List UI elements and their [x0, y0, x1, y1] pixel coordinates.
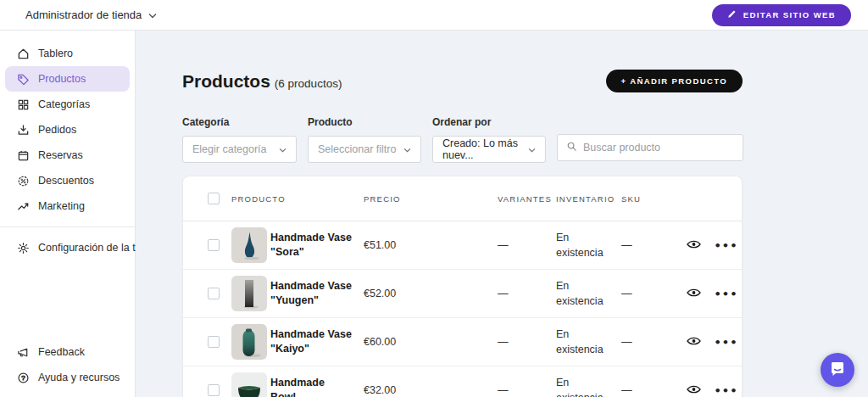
product-count: (6 productos) [275, 77, 342, 90]
site-switcher-menu[interactable]: Administrador de tienda [25, 8, 157, 21]
product-price: €60.00 [364, 336, 498, 348]
row-checkbox[interactable] [208, 336, 220, 348]
product-inventory: En existencia [556, 327, 609, 357]
product-filter-select[interactable]: Seleccionar filtro [308, 136, 421, 163]
sidebar-item-label: Marketing [38, 200, 85, 212]
search-icon [566, 140, 577, 155]
pencil-icon [727, 9, 737, 20]
chevron-down-icon [279, 143, 287, 155]
product-inventory: En existencia [556, 278, 609, 309]
sidebar-item-label: Reservas [38, 149, 83, 161]
product-thumbnail-sora [231, 227, 267, 263]
sidebar-item-reservas[interactable]: Reservas [5, 143, 130, 168]
product-name: Handmade Vase "Kaiyo" [270, 327, 364, 356]
chat-bubble-icon [829, 361, 846, 380]
preview-eye-button[interactable] [679, 286, 708, 302]
sidebar-item-marketing[interactable]: Marketing [5, 193, 130, 219]
column-header-variantes: VARIANTES [498, 194, 556, 204]
column-header-producto: PRODUCTO [231, 194, 364, 204]
row-more-actions-button[interactable]: ••• [710, 238, 742, 254]
category-filter-label: Categoría [182, 116, 297, 128]
trending-icon [17, 200, 30, 213]
row-checkbox[interactable] [208, 239, 220, 251]
sidebar-item-categorias[interactable]: Categorías [5, 92, 130, 117]
tag-icon [17, 73, 30, 86]
product-variants: — [498, 384, 556, 396]
product-name: Handmade Vase "Sora" [270, 231, 364, 260]
sidebar-item-label: Feedback [38, 346, 85, 358]
product-variants: — [498, 239, 556, 251]
product-filter-label: Producto [308, 116, 421, 128]
chevron-down-icon [528, 143, 536, 155]
product-inventory: En existencia [556, 375, 609, 397]
megaphone-icon [17, 346, 30, 359]
preview-eye-button[interactable] [679, 383, 708, 397]
topbar: Administrador de tienda EDITAR SITIO WEB [0, 0, 868, 31]
product-variants: — [498, 288, 556, 299]
sort-select[interactable]: Creado: Lo más nuev... [432, 136, 546, 163]
sidebar-item-descuentos[interactable]: Descuentos [5, 168, 130, 193]
column-header-precio: PRECIO [364, 194, 498, 204]
search-box [557, 134, 743, 161]
sort-filter-label: Ordenar por [432, 116, 546, 128]
table-row[interactable]: Handmade Vase "Sora" €51.00 — En existen… [183, 221, 742, 270]
product-name: Handmade Bowl [270, 376, 364, 397]
row-checkbox[interactable] [208, 384, 220, 396]
row-more-actions-button[interactable]: ••• [710, 383, 742, 397]
product-sku: — [621, 288, 679, 299]
product-sku: — [621, 336, 679, 348]
edit-site-button[interactable]: EDITAR SITIO WEB [712, 4, 851, 26]
filters-bar: Categoría Elegir categoría Producto Sele… [182, 116, 743, 163]
products-table-card: PRODUCTO PRECIO VARIANTES INVENTARIO SKU [182, 176, 743, 397]
sidebar: Tablero Productos Categorías Pedidos Res… [0, 31, 136, 397]
search-input[interactable] [583, 142, 734, 154]
main-area: Productos(6 productos) + AÑADIR PRODUCTO… [136, 31, 868, 397]
page-title: Productos(6 productos) [182, 71, 342, 92]
product-price: €32.00 [364, 384, 498, 396]
chevron-down-icon [148, 8, 157, 21]
column-header-sku: SKU [621, 194, 679, 204]
column-header-inventario: INVENTARIO [556, 194, 621, 204]
discount-badge-icon [17, 175, 30, 187]
sidebar-item-label: Tablero [38, 48, 73, 59]
help-circle-icon: ? [17, 372, 30, 384]
table-row[interactable]: Handmade Vase "Kaiyo" €60.00 — En existe… [183, 318, 742, 366]
select-all-checkbox[interactable] [208, 193, 220, 204]
chevron-down-icon [403, 143, 411, 155]
category-filter-select[interactable]: Elegir categoría [182, 136, 297, 163]
row-checkbox[interactable] [208, 288, 220, 299]
row-more-actions-button[interactable]: ••• [710, 286, 742, 302]
product-thumbnail-kaiyo [231, 324, 267, 360]
sidebar-item-label: Productos [38, 73, 86, 85]
table-row[interactable]: Handmade Vase "Yuugen" €52.00 — En exist… [183, 270, 742, 318]
table-row[interactable]: Handmade Bowl €32.00 — En existencia — •… [183, 366, 742, 397]
sidebar-item-configuracion[interactable]: Configuración de la tienda [5, 235, 130, 260]
sidebar-item-tablero[interactable]: Tablero [5, 41, 130, 66]
product-sku: — [621, 384, 679, 396]
product-inventory: En existencia [556, 230, 609, 260]
sidebar-item-ayuda[interactable]: ? Ayuda y recursos [5, 365, 130, 390]
sidebar-item-label: Ayuda y recursos [38, 372, 120, 383]
sidebar-item-productos[interactable]: Productos [5, 66, 130, 92]
table-header-row: PRODUCTO PRECIO VARIANTES INVENTARIO SKU [183, 176, 742, 221]
edit-site-label: EDITAR SITIO WEB [743, 10, 836, 20]
sidebar-item-feedback[interactable]: Feedback [5, 339, 130, 365]
sidebar-item-pedidos[interactable]: Pedidos [5, 117, 130, 143]
gear-icon [17, 242, 30, 254]
grid-icon [17, 98, 30, 111]
home-icon [17, 48, 30, 60]
chat-messenger-button[interactable] [821, 353, 854, 387]
row-more-actions-button[interactable]: ••• [710, 334, 742, 350]
preview-eye-button[interactable] [679, 238, 708, 254]
sidebar-item-label: Categorías [38, 98, 90, 110]
site-switcher-label: Administrador de tienda [25, 8, 142, 21]
preview-eye-button[interactable] [679, 334, 708, 350]
product-sku: — [621, 239, 679, 251]
product-thumbnail-bowl [231, 372, 267, 397]
product-price: €51.00 [364, 239, 498, 251]
sidebar-item-label: Pedidos [38, 124, 76, 136]
inbox-download-icon [17, 124, 30, 137]
product-name: Handmade Vase "Yuugen" [270, 279, 364, 308]
product-variants: — [498, 336, 556, 348]
add-product-button[interactable]: + AÑADIR PRODUCTO [606, 70, 743, 92]
